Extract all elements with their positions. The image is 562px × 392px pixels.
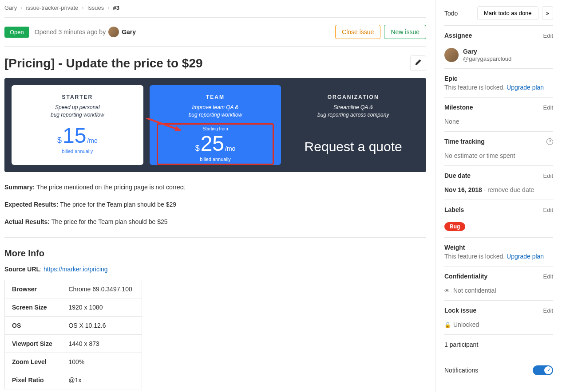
notifications-toggle[interactable]: ✓ — [533, 365, 553, 375]
sidebar-time-tracking: Time tracking ? No estimate or time spen… — [444, 131, 553, 165]
edit-title-button[interactable] — [410, 55, 426, 71]
assignee-title: Assignee — [444, 32, 472, 39]
epic-title: Epic — [444, 75, 553, 82]
sidebar-participants: 1 participant — [444, 334, 553, 359]
info-value: @1x — [61, 371, 142, 389]
plan-desc-line: bug reporting across company — [294, 111, 412, 119]
info-key: Pixel Ratio — [5, 371, 61, 389]
plan-starter: STARTER Speed up personal bug reporting … — [12, 85, 143, 165]
remove-due-date[interactable]: - remove due date — [482, 186, 534, 193]
close-issue-button[interactable]: Close issue — [335, 25, 380, 39]
sidebar-confidentiality: Confidentiality Edit 👁Not confidential — [444, 266, 553, 300]
breadcrumb-project[interactable]: issue-tracker-private — [26, 4, 79, 11]
info-key: Screen Size — [5, 298, 61, 317]
plan-price: $ 25 /mo — [162, 131, 269, 156]
plan-desc: Speed up personal bug reporting workflow — [19, 104, 136, 119]
more-info-section: More Info Source URL: https://marker.io/… — [4, 238, 426, 389]
milestone-edit[interactable]: Edit — [543, 104, 553, 111]
labels-edit[interactable]: Edit — [543, 207, 553, 213]
title-row: [Pricing] - Update the price to $29 — [4, 47, 426, 78]
mark-todo-done-button[interactable]: Mark todo as done — [477, 6, 538, 20]
opened-by: Opened 3 minutes ago by Gary — [35, 27, 136, 37]
labels-title: Labels — [444, 206, 464, 213]
plan-desc-line: Improve team QA & — [157, 104, 274, 111]
breadcrumb-issue-id: #3 — [113, 4, 119, 11]
sidebar-milestone: Milestone Edit None — [444, 97, 553, 131]
info-value: 100% — [61, 353, 142, 371]
table-row: OSOS X 10.12.6 — [5, 317, 142, 335]
request-quote: Request a quote — [294, 139, 412, 154]
billed-label: billed annually — [19, 149, 136, 154]
help-icon[interactable]: ? — [546, 138, 553, 145]
assignee-edit[interactable]: Edit — [543, 32, 553, 39]
plan-desc-line: Streamline QA & — [294, 104, 412, 111]
plan-desc: Improve team QA & bug reporting workflow — [157, 104, 274, 119]
lock-value: Unlocked — [453, 321, 479, 328]
lock-edit[interactable]: Edit — [543, 307, 553, 314]
breadcrumb-section[interactable]: Issues — [87, 4, 104, 11]
plan-desc: Streamline QA & bug reporting across com… — [294, 104, 412, 119]
lock-title: Lock issue — [444, 307, 476, 314]
milestone-value: None — [444, 118, 553, 125]
sidebar-due-date: Due date Edit Nov 16, 2018 - remove due … — [444, 165, 553, 200]
starting-from: Starting from — [162, 126, 269, 131]
issue-header: Open Opened 3 minutes ago by Gary Close … — [4, 18, 426, 47]
author-name[interactable]: Gary — [122, 28, 136, 35]
sidebar-assignee: Assignee Edit Gary @garygasparcloud — [444, 25, 553, 68]
amount: 25 — [201, 131, 224, 156]
issue-sidebar: Todo Mark todo as done » Assignee Edit G… — [435, 0, 562, 392]
new-issue-button[interactable]: New issue — [384, 25, 426, 39]
billed-label: billed annually — [162, 157, 269, 162]
time-tracking-value: No estimate or time spent — [444, 152, 553, 159]
plan-team: TEAM Improve team QA & bug reporting wor… — [150, 85, 281, 165]
plan-organization: ORGANIZATION Streamline QA & bug reporti… — [287, 85, 419, 165]
confidentiality-value: Not confidential — [453, 287, 496, 294]
issue-attachment-image: STARTER Speed up personal bug reporting … — [4, 78, 426, 172]
assignee-name[interactable]: Gary — [463, 48, 511, 55]
due-date-edit[interactable]: Edit — [543, 172, 553, 179]
upgrade-plan-link[interactable]: Upgrade plan — [507, 253, 544, 260]
due-date-title: Due date — [444, 172, 471, 179]
plan-name: ORGANIZATION — [294, 94, 412, 100]
info-key: Browser — [5, 280, 61, 298]
weight-locked-text: This feature is locked. — [444, 253, 505, 260]
milestone-title: Milestone — [444, 104, 473, 111]
pencil-icon — [415, 59, 421, 66]
participants-title: 1 participant — [444, 341, 553, 348]
expected-label: Expected Results: — [4, 201, 58, 208]
breadcrumb: Gary › issue-tracker-private › Issues › … — [4, 4, 426, 18]
avatar[interactable] — [444, 48, 459, 62]
plan-desc-line: bug reporting workflow — [157, 111, 274, 119]
chevron-right-icon: » — [546, 10, 549, 16]
info-value: 1440 x 873 — [61, 335, 142, 353]
issue-header-left: Open Opened 3 minutes ago by Gary — [4, 27, 136, 38]
info-key: Zoom Level — [5, 353, 61, 371]
opened-text: Opened 3 minutes ago by — [35, 28, 106, 35]
todo-label: Todo — [444, 10, 458, 17]
breadcrumb-separator: › — [82, 4, 83, 11]
confidentiality-title: Confidentiality — [444, 273, 487, 280]
period: /mo — [225, 145, 235, 152]
summary-text: The price mentioned on the pricing page … — [36, 184, 185, 191]
sidebar-epic: Epic This feature is locked. Upgrade pla… — [444, 68, 553, 97]
source-url-link[interactable]: https://marker.io/pricing — [44, 266, 108, 273]
currency: $ — [57, 136, 62, 145]
breadcrumb-user[interactable]: Gary — [4, 4, 17, 11]
info-key: OS — [5, 317, 61, 335]
due-date-value: Nov 16, 2018 — [444, 186, 482, 193]
status-badge: Open — [4, 27, 29, 38]
plan-desc-line: bug reporting workflow — [19, 111, 136, 119]
table-row: Viewport Size1440 x 873 — [5, 335, 142, 353]
sidebar-lock: Lock issue Edit 🔓Unlocked — [444, 300, 553, 334]
sidebar-notifications: Notifications ✓ — [444, 359, 553, 381]
label-chip-bug[interactable]: Bug — [444, 222, 465, 231]
confidentiality-edit[interactable]: Edit — [543, 273, 553, 280]
breadcrumb-separator: › — [107, 4, 109, 11]
table-row: Zoom Level100% — [5, 353, 142, 371]
avatar[interactable] — [108, 27, 119, 37]
sidebar-weight: Weight This feature is locked. Upgrade p… — [444, 237, 553, 266]
info-value: 1920 x 1080 — [61, 298, 142, 317]
upgrade-plan-link[interactable]: Upgrade plan — [507, 84, 544, 91]
plan-desc-line: Speed up personal — [19, 104, 136, 111]
collapse-sidebar-button[interactable]: » — [542, 6, 553, 20]
